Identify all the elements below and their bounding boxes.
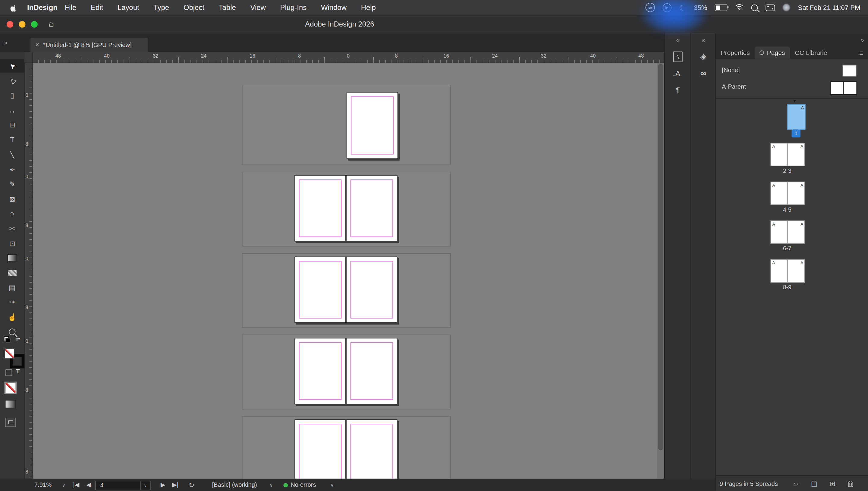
links-panel-icon[interactable]: ∞: [691, 68, 716, 78]
tab-cc-libraries[interactable]: CC Librarie: [790, 47, 832, 59]
gradient-tool[interactable]: [0, 251, 24, 264]
parent-a-row[interactable]: A-Parent: [716, 79, 868, 95]
document-tab[interactable]: × *Untitled-1 @ 8% [GPU Preview]: [30, 38, 148, 52]
vertical-ruler[interactable]: 0 8 0 8 0 8 0 8 8: [24, 63, 33, 479]
menu-edit[interactable]: Edit: [84, 3, 110, 12]
zoom-dropdown-icon[interactable]: ∨: [62, 483, 65, 488]
preflight-dropdown-icon[interactable]: ∨: [270, 483, 273, 488]
pencil-tool[interactable]: ✎: [0, 177, 24, 191]
selection-tool[interactable]: ➤: [0, 59, 24, 73]
document-page[interactable]: [294, 419, 346, 479]
previous-page-button[interactable]: ◀: [87, 481, 91, 489]
next-page-button[interactable]: ▶: [161, 481, 165, 489]
direct-selection-tool[interactable]: ▷: [0, 74, 24, 87]
apply-none-button[interactable]: [5, 382, 16, 393]
content-collector-tool[interactable]: ⊟: [0, 118, 24, 131]
ruler-origin-corner[interactable]: [24, 52, 33, 63]
ellipse-tool[interactable]: ○: [0, 207, 24, 220]
spotlight-search-icon[interactable]: [751, 4, 758, 11]
wifi-icon[interactable]: [735, 4, 744, 11]
scrollbar-thumb[interactable]: [658, 64, 663, 450]
gap-tool[interactable]: ↔: [0, 104, 24, 117]
default-fill-stroke-icon[interactable]: [4, 336, 10, 343]
document-page[interactable]: [294, 338, 346, 404]
rotate-page-icon[interactable]: ↻: [189, 481, 194, 489]
page-thumbnail-4[interactable]: A: [771, 181, 788, 205]
new-page-icon[interactable]: ⊞: [830, 480, 835, 488]
moon-icon[interactable]: ☾: [679, 3, 686, 12]
document-page[interactable]: [346, 338, 398, 404]
document-page[interactable]: [346, 419, 398, 479]
menu-view[interactable]: View: [243, 3, 273, 12]
first-page-button[interactable]: |◀: [73, 481, 79, 489]
tab-properties[interactable]: Properties: [716, 47, 755, 59]
pen-tool[interactable]: ✒: [0, 163, 24, 176]
app-menu-indesign[interactable]: InDesign: [27, 3, 58, 12]
control-center-icon[interactable]: [766, 4, 775, 11]
page-thumbnail-1[interactable]: A: [787, 104, 806, 129]
formatting-affects-text-button[interactable]: T: [16, 368, 20, 375]
tab-pages[interactable]: Pages: [755, 47, 790, 59]
page-thumbnail-5[interactable]: A: [787, 181, 805, 205]
panel-menu-icon[interactable]: ≡: [859, 49, 868, 57]
expand-dock-icon[interactable]: «: [691, 36, 716, 44]
gradient-feather-tool[interactable]: [0, 266, 24, 279]
menu-table[interactable]: Table: [212, 3, 243, 12]
preflight-status[interactable]: No errors: [290, 481, 316, 488]
fill-swatch[interactable]: [4, 348, 14, 358]
layers-panel-icon[interactable]: ◈: [691, 52, 716, 61]
new-spread-icon[interactable]: ◫: [811, 480, 817, 488]
panel-overflow-icon[interactable]: »: [861, 36, 864, 44]
parent-none-row[interactable]: [None]: [716, 62, 868, 79]
close-tab-icon[interactable]: ×: [36, 41, 39, 49]
preflight-profile[interactable]: [Basic] (working): [212, 481, 257, 488]
document-page[interactable]: [346, 175, 398, 241]
zoom-level[interactable]: 7.91%: [34, 481, 52, 488]
menu-type[interactable]: Type: [146, 3, 176, 12]
expand-dock-icon[interactable]: «: [665, 36, 691, 44]
export-panel-icon[interactable]: ϟ: [665, 52, 691, 62]
scissors-tool[interactable]: ✂: [0, 222, 24, 235]
spread-pages-8-9[interactable]: [294, 419, 398, 479]
menu-window[interactable]: Window: [314, 3, 354, 12]
spread-pages-2-3[interactable]: [294, 175, 398, 241]
swap-fill-stroke-icon[interactable]: ⇄: [16, 336, 20, 342]
spread-page-1[interactable]: [347, 92, 398, 159]
document-page[interactable]: [294, 175, 346, 241]
vertical-scrollbar[interactable]: [657, 63, 664, 479]
page-thumbnail-9[interactable]: A: [787, 259, 805, 283]
page-tool[interactable]: ▯: [0, 89, 24, 102]
play-circle-icon[interactable]: ▶: [662, 3, 671, 12]
menu-layout[interactable]: Layout: [110, 3, 146, 12]
formatting-affects-container-button[interactable]: [5, 370, 12, 376]
document-page[interactable]: [346, 256, 398, 323]
a-parent-swatch-right[interactable]: [843, 81, 857, 95]
edit-page-size-icon[interactable]: ▱: [793, 480, 798, 488]
page-thumbnail-7[interactable]: A: [787, 221, 805, 244]
a-parent-swatch-left[interactable]: [830, 81, 844, 95]
menu-file[interactable]: File: [58, 3, 84, 12]
menu-help[interactable]: Help: [354, 3, 383, 12]
creative-cloud-icon[interactable]: ∞: [645, 3, 655, 12]
horizontal-ruler[interactable]: 48 40 32 24 16 8 0 8 16 24 32 40 48: [32, 52, 664, 63]
screen-mode-button[interactable]: [5, 418, 16, 427]
note-tool[interactable]: ▤: [0, 281, 24, 294]
delete-page-icon[interactable]: [847, 480, 854, 489]
eyedropper-tool[interactable]: ✑: [0, 295, 24, 309]
character-styles-panel-icon[interactable]: A▫: [665, 69, 691, 78]
line-tool[interactable]: ╲: [0, 148, 24, 161]
siri-icon[interactable]: [783, 4, 790, 11]
page-dropdown-icon[interactable]: ∨: [140, 481, 150, 490]
spread-pages-6-7[interactable]: [294, 338, 398, 404]
menubar-clock[interactable]: Sat Feb 21 11:07 PM: [798, 4, 861, 11]
document-canvas[interactable]: [32, 63, 664, 479]
paragraph-styles-panel-icon[interactable]: ¶: [665, 86, 691, 94]
page-number-badge[interactable]: 1: [792, 130, 801, 138]
menu-plugins[interactable]: Plug-Ins: [273, 3, 314, 12]
page-number-value[interactable]: 4: [100, 482, 103, 489]
none-parent-swatch[interactable]: [843, 65, 857, 77]
errors-dropdown-icon[interactable]: ∨: [331, 483, 334, 488]
spread-pages-4-5[interactable]: [294, 256, 398, 323]
page-thumbnail-3[interactable]: A: [787, 143, 805, 166]
page-thumbnail-6[interactable]: A: [771, 221, 788, 244]
